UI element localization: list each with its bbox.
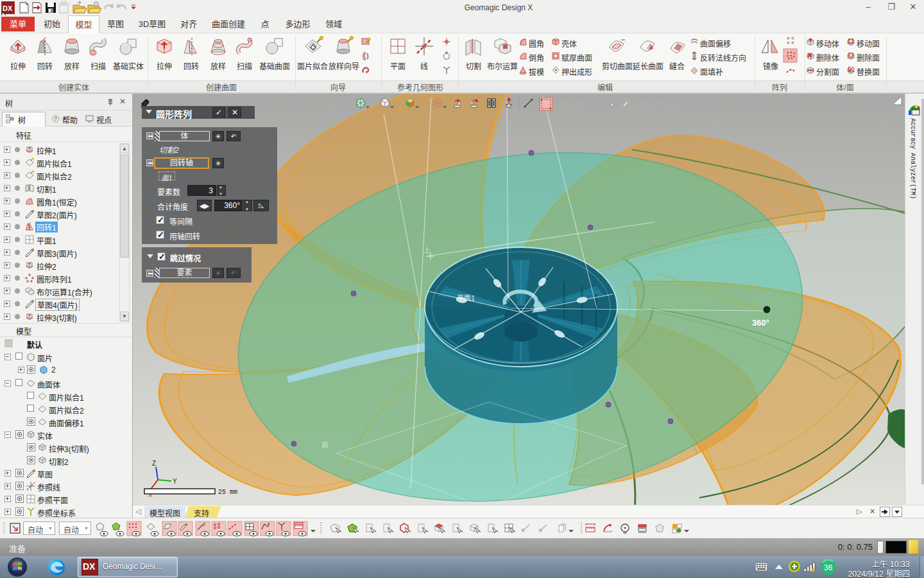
svg-text:360°: 360° [752,318,769,328]
svg-text:前: 前 [321,441,329,449]
svg-text:Z: Z [152,460,156,467]
svg-text:?: ? [54,116,57,122]
svg-text:Y: Y [173,478,177,485]
svg-text:25 mm: 25 mm [218,489,237,496]
svg-text:平面1: 平面1 [457,294,475,302]
svg-text:DX: DX [3,4,13,12]
